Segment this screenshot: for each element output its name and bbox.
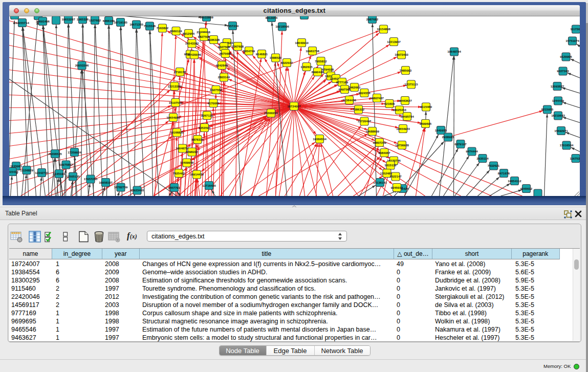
svg-text:16033809: 16033809 [200, 16, 213, 19]
svg-text:2938923: 2938923 [442, 136, 454, 139]
svg-text:12213967: 12213967 [387, 40, 401, 43]
svg-text:19166825: 19166825 [170, 131, 184, 134]
svg-text:1244419: 1244419 [552, 99, 564, 102]
svg-text:7357234: 7357234 [226, 24, 238, 27]
svg-text:12505135: 12505135 [66, 175, 80, 178]
svg-text:10688609: 10688609 [365, 129, 379, 133]
svg-text:2522147: 2522147 [389, 175, 402, 178]
svg-text:20206535: 20206535 [48, 152, 62, 155]
svg-text:8675685: 8675685 [219, 52, 231, 55]
svg-text:10973493: 10973493 [395, 53, 408, 56]
svg-text:18807249: 18807249 [373, 141, 386, 144]
svg-text:10025453: 10025453 [393, 108, 406, 112]
svg-text:19756928: 19756928 [395, 143, 409, 146]
svg-text:9242848: 9242848 [215, 63, 228, 67]
svg-text:12923465: 12923465 [130, 189, 144, 192]
svg-text:9146821: 9146821 [255, 52, 268, 55]
svg-text:7515546: 7515546 [143, 25, 156, 28]
svg-text:8813054: 8813054 [265, 16, 277, 19]
svg-text:19463627: 19463627 [398, 99, 412, 102]
svg-text:9227343: 9227343 [557, 70, 569, 73]
svg-text:9084067: 9084067 [378, 151, 390, 154]
svg-text:10046788: 10046788 [176, 147, 189, 150]
svg-text:19495784: 19495784 [400, 115, 414, 118]
svg-text:17016504: 17016504 [559, 144, 573, 147]
svg-text:14136141: 14136141 [373, 181, 387, 184]
svg-text:1640955: 1640955 [434, 128, 447, 132]
svg-text:20053346: 20053346 [75, 64, 89, 67]
svg-text:7625402: 7625402 [172, 171, 185, 174]
svg-text:1167534: 1167534 [570, 157, 580, 160]
svg-text:16914479: 16914479 [190, 173, 204, 176]
svg-text:11156829: 11156829 [19, 168, 33, 171]
svg-text:8471676: 8471676 [497, 171, 510, 174]
svg-text:16543382: 16543382 [185, 42, 199, 45]
svg-text:16107550: 16107550 [168, 101, 182, 104]
svg-text:19654985: 19654985 [166, 116, 180, 119]
svg-text:1135061: 1135061 [10, 164, 22, 167]
svg-text:6794028: 6794028 [321, 68, 334, 71]
svg-text:3915413: 3915413 [9, 170, 18, 173]
svg-text:1145193: 1145193 [53, 172, 65, 175]
svg-text:19975867: 19975867 [59, 163, 73, 166]
svg-text:7955812: 7955812 [315, 59, 327, 62]
svg-text:16782759: 16782759 [114, 186, 127, 189]
svg-text:1588520: 1588520 [269, 56, 281, 59]
svg-text:7632621: 7632621 [487, 164, 499, 167]
svg-text:9245012: 9245012 [390, 186, 403, 189]
svg-text:19654923: 19654923 [396, 127, 410, 130]
svg-text:9777169: 9777169 [336, 80, 348, 83]
svg-text:1065326: 1065326 [76, 18, 89, 21]
svg-text:9115460: 9115460 [420, 105, 432, 108]
svg-text:13716485: 13716485 [202, 184, 216, 187]
svg-text:21364436: 21364436 [342, 98, 356, 101]
svg-text:18724007: 18724007 [287, 104, 301, 107]
svg-text:18640910: 18640910 [295, 41, 309, 44]
svg-text:8660124: 8660124 [170, 29, 182, 32]
svg-text:7462663: 7462663 [348, 85, 360, 89]
svg-text:6879197: 6879197 [454, 142, 467, 145]
svg-text:9457791: 9457791 [168, 186, 180, 189]
svg-text:8322037: 8322037 [280, 61, 293, 64]
svg-text:1117304: 1117304 [570, 28, 580, 31]
svg-text:10961758: 10961758 [306, 49, 319, 52]
svg-text:17359924: 17359924 [68, 150, 81, 154]
svg-text:10807487: 10807487 [370, 96, 384, 99]
svg-text:22420046: 22420046 [187, 53, 201, 56]
svg-text:12342737: 12342737 [35, 171, 49, 174]
svg-text:9474444: 9474444 [466, 150, 478, 153]
svg-text:4170061: 4170061 [207, 101, 220, 104]
svg-text:8454749: 8454749 [243, 49, 255, 52]
svg-text:12093827: 12093827 [550, 84, 564, 87]
svg-text:19384554: 19384554 [313, 137, 326, 140]
svg-text:7163822: 7163822 [156, 27, 168, 30]
svg-text:15692971: 15692971 [554, 129, 568, 132]
svg-text:8878334: 8878334 [191, 138, 204, 141]
svg-text:16210643: 16210643 [551, 114, 565, 117]
svg-text:14055714: 14055714 [15, 21, 29, 24]
svg-text:15720407: 15720407 [357, 120, 371, 123]
svg-text:1353594: 1353594 [198, 126, 210, 129]
svg-text:12375115: 12375115 [404, 83, 418, 86]
svg-text:1362615: 1362615 [300, 65, 313, 68]
svg-text:1615132: 1615132 [384, 164, 397, 167]
svg-text:8186328: 8186328 [207, 38, 220, 41]
svg-text:10719185: 10719185 [114, 20, 127, 24]
svg-text:8427552: 8427552 [210, 88, 222, 91]
svg-text:9327508: 9327508 [217, 45, 230, 48]
svg-text:9129906: 9129906 [560, 55, 572, 58]
svg-text:12213389: 12213389 [167, 84, 181, 87]
svg-text:621608: 621608 [384, 102, 395, 105]
svg-text:2803144: 2803144 [217, 76, 230, 79]
svg-text:1527602: 1527602 [89, 18, 101, 21]
svg-text:2987682: 2987682 [366, 17, 378, 20]
svg-text:3498222: 3498222 [186, 150, 198, 154]
svg-text:15751074: 15751074 [565, 39, 579, 42]
svg-text:10648784: 10648784 [447, 50, 461, 53]
svg-text:10958107: 10958107 [99, 181, 113, 184]
svg-text:7485003: 7485003 [399, 69, 411, 72]
svg-text:2367608: 2367608 [231, 45, 244, 48]
svg-text:8912954: 8912954 [182, 32, 194, 35]
svg-text:8215955: 8215955 [541, 108, 553, 111]
svg-text:17957255: 17957255 [83, 178, 97, 181]
